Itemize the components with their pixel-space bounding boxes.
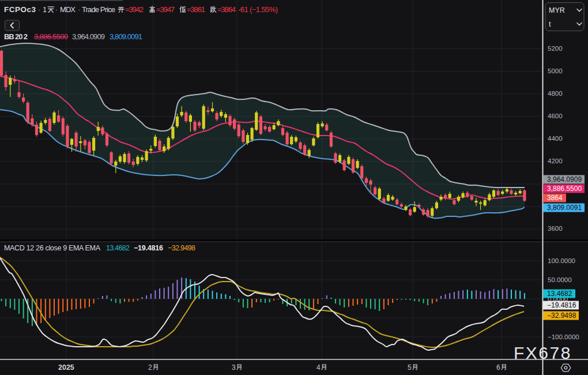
svg-text:−19.4816: −19.4816 bbox=[547, 301, 576, 309]
svg-text:MDX: MDX bbox=[60, 5, 76, 14]
svg-text:3,886.5500: 3,886.5500 bbox=[547, 185, 582, 193]
svg-text:Trade Price: Trade Price bbox=[82, 5, 115, 14]
svg-text:13.4682: 13.4682 bbox=[547, 290, 572, 298]
svg-text:50.0000: 50.0000 bbox=[548, 276, 572, 283]
svg-text:4600: 4600 bbox=[548, 112, 563, 119]
svg-text:·: · bbox=[78, 5, 80, 14]
svg-text:13.4682: 13.4682 bbox=[106, 244, 130, 252]
svg-text:=3942: =3942 bbox=[125, 5, 144, 14]
svg-text:4800: 4800 bbox=[548, 90, 563, 97]
svg-text:4200: 4200 bbox=[548, 158, 563, 164]
svg-text:3,809.0091: 3,809.0091 bbox=[547, 204, 582, 212]
svg-text:−19.4816: −19.4816 bbox=[134, 244, 163, 252]
svg-text:5200: 5200 bbox=[548, 45, 563, 52]
svg-text:3864: 3864 bbox=[547, 194, 563, 202]
svg-text:3,886.5500: 3,886.5500 bbox=[34, 32, 68, 41]
svg-text:MACD 12 26 close 9 EMA EMA: MACD 12 26 close 9 EMA EMA bbox=[4, 244, 101, 252]
svg-text:=3864: =3864 bbox=[217, 5, 236, 14]
svg-text:3600: 3600 bbox=[548, 225, 563, 232]
svg-text:−32.9498: −32.9498 bbox=[547, 312, 576, 320]
svg-text:=3947: =3947 bbox=[156, 5, 175, 14]
svg-text:5000: 5000 bbox=[548, 68, 563, 74]
svg-text:4: 4 bbox=[316, 363, 321, 372]
svg-text:·: · bbox=[38, 5, 40, 14]
svg-text:MYR: MYR bbox=[549, 6, 565, 14]
svg-text:4400: 4400 bbox=[548, 135, 563, 142]
svg-text:5: 5 bbox=[408, 363, 412, 372]
svg-text:3,964.0909: 3,964.0909 bbox=[547, 175, 582, 183]
svg-text:100.0000: 100.0000 bbox=[548, 257, 575, 264]
svg-text:3,809.0091: 3,809.0091 bbox=[110, 32, 142, 41]
svg-text:2: 2 bbox=[148, 363, 152, 372]
svg-text:FCPOc3: FCPOc3 bbox=[4, 5, 36, 14]
svg-text:1: 1 bbox=[43, 5, 47, 14]
svg-text:-61 (−1.55%): -61 (−1.55%) bbox=[238, 5, 278, 14]
svg-text:BB 20 2: BB 20 2 bbox=[4, 32, 28, 41]
svg-text:−100.0000: −100.0000 bbox=[548, 333, 579, 340]
svg-text:3,964.0909: 3,964.0909 bbox=[72, 32, 105, 41]
svg-text:=3861: =3861 bbox=[187, 5, 205, 14]
svg-text:−32.9498: −32.9498 bbox=[168, 244, 195, 252]
svg-text:t: t bbox=[549, 20, 551, 28]
svg-text:6: 6 bbox=[496, 363, 500, 372]
svg-text:·: · bbox=[55, 5, 58, 14]
svg-text:2025: 2025 bbox=[58, 363, 74, 372]
svg-text:3: 3 bbox=[232, 363, 236, 372]
